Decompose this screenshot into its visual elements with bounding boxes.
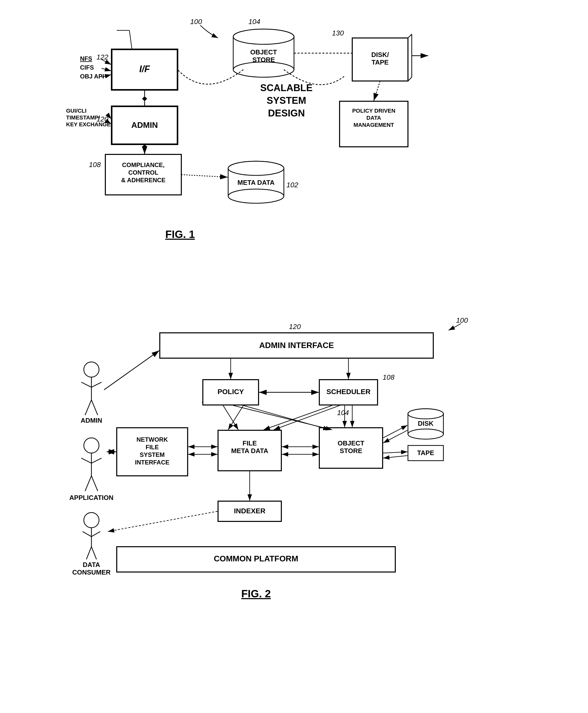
svg-line-7 [102, 68, 111, 71]
objapi-label: OBJ API [80, 73, 104, 80]
timestamp-label: TIMESTAMP/ [66, 114, 100, 121]
application-label: APPLICATION [69, 494, 113, 501]
svg-line-15 [408, 77, 412, 81]
if-label: I/F [139, 64, 150, 74]
indexer-label: INDEXER [234, 507, 266, 515]
object-store-label-fig2-1: OBJECT [338, 439, 364, 447]
svg-line-48 [91, 458, 102, 463]
svg-line-43 [85, 400, 91, 415]
keyexchange-label: KEY EXCHANGE [66, 121, 111, 128]
guicli-label: GUI/CLI [66, 108, 87, 114]
svg-line-49 [85, 476, 91, 491]
page-container: 100 104 130 110 122 120 108 106 102 [16, 10, 572, 650]
svg-point-2 [233, 62, 294, 77]
cifs-label: CIFS [80, 64, 94, 71]
svg-line-54 [91, 532, 100, 537]
ref104-fig1: 104 [248, 18, 260, 26]
ref108-fig1: 108 [89, 161, 101, 169]
data-consumer-label1: DATA [83, 561, 100, 568]
diamond-connector [142, 96, 147, 101]
svg-line-30 [374, 81, 380, 101]
svg-point-38 [408, 429, 443, 439]
nfs-label1: NETWORK [136, 436, 168, 443]
fig1-caption: FIG. 1 [165, 228, 195, 240]
svg-point-39 [408, 409, 443, 419]
admin-label: ADMIN [131, 121, 158, 130]
file-metadata-label1: FILE [243, 439, 257, 447]
compliance-label3: & ADHERENCE [121, 177, 165, 183]
svg-point-27 [228, 189, 284, 203]
object-store-label2: STORE [252, 56, 275, 64]
svg-line-29 [181, 175, 228, 177]
fig2-caption: FIG. 2 [241, 588, 271, 600]
svg-line-57 [108, 511, 217, 532]
ref108-fig2: 108 [383, 373, 395, 381]
svg-line-63 [243, 406, 330, 430]
figure-2: 100 120 108 106 122 102 104 ADMIN INTERF… [16, 309, 572, 650]
data-consumer-head [84, 513, 99, 528]
compliance-label2: CONTROL [128, 169, 159, 176]
svg-line-73 [383, 456, 407, 458]
admin-interface-label: ADMIN INTERFACE [259, 341, 334, 350]
compliance-label1: COMPLIANCE, [122, 161, 165, 168]
admin-person-label: ADMIN [81, 417, 102, 424]
policy-label2: DATA [366, 115, 381, 121]
svg-line-13 [408, 34, 412, 38]
object-store-label1: OBJECT [250, 48, 277, 56]
metadata-label: META DATA [237, 179, 275, 186]
scalable-label3: DESIGN [268, 108, 305, 118]
svg-line-45 [104, 350, 159, 390]
common-platform-label: COMMON PLATFORM [214, 554, 298, 563]
disk-label-fig2: DISK [418, 420, 434, 427]
svg-line-55 [86, 547, 91, 559]
scalable-label2: SYSTEM [267, 95, 306, 106]
svg-line-71 [383, 430, 407, 443]
figure-1: 100 104 130 110 122 120 108 106 102 [16, 10, 572, 288]
ref100-fig1: 100 [190, 18, 202, 26]
svg-point-3 [233, 29, 294, 44]
policy-label1: POLICY DRIVEN [352, 108, 396, 114]
svg-line-56 [91, 547, 97, 559]
scheduler-label: SCHEDULER [327, 388, 371, 396]
file-metadata-label2: META DATA [231, 447, 268, 455]
svg-line-53 [83, 532, 91, 537]
application-head [84, 438, 99, 453]
svg-line-70 [383, 425, 407, 438]
disk-label: DISK/ [371, 51, 389, 59]
svg-line-18 [109, 116, 111, 119]
svg-line-42 [91, 382, 102, 387]
tape-label-fig2: TAPE [417, 449, 434, 457]
object-store-label-fig2-2: STORE [340, 447, 362, 455]
scalable-label1: SCALABLE [260, 83, 313, 93]
nfs-label4: INTERFACE [135, 459, 169, 466]
nfs-label2: FILE [146, 444, 159, 451]
svg-line-60 [264, 406, 332, 430]
svg-point-28 [228, 161, 284, 175]
policy-label-fig2: POLICY [217, 388, 244, 396]
ref120-fig2: 120 [289, 323, 301, 330]
nfs-label: NFS [80, 55, 92, 62]
svg-line-47 [81, 458, 91, 463]
svg-line-44 [91, 400, 98, 415]
svg-line-41 [81, 382, 91, 387]
tape-label: TAPE [372, 59, 388, 66]
ref102-fig1: 102 [287, 181, 298, 189]
data-consumer-label2: CONSUMER [72, 568, 111, 576]
nfs-label3: SYSTEM [140, 451, 165, 458]
ref104-fig2: 104 [337, 409, 349, 417]
policy-label3: MANAGEMENT [354, 122, 394, 128]
ref100-fig2: 100 [456, 317, 468, 324]
ref130-fig1: 130 [332, 29, 344, 37]
svg-line-9 [129, 30, 132, 49]
svg-line-50 [91, 476, 98, 491]
admin-head [84, 362, 99, 377]
svg-line-72 [383, 452, 407, 453]
